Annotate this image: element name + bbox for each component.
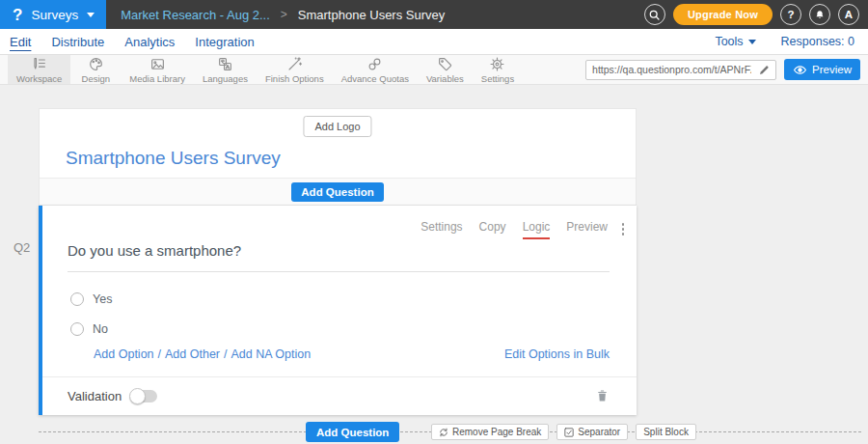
chain-links-icon [366,56,383,72]
dot [622,233,625,236]
preview-button[interactable]: Preview [784,59,860,80]
survey-url-input[interactable] [586,64,753,75]
tag-icon [437,56,453,72]
add-other-link[interactable]: Add Other [165,347,220,361]
questionpro-logo-icon: ? [13,7,22,23]
tab-distribute[interactable]: Distribute [51,35,104,49]
toolbar-item-languages[interactable]: Languages [194,55,257,84]
split-block-label: Split Block [643,427,689,437]
eye-icon [793,65,807,75]
add-na-option-link[interactable]: Add NA Option [231,347,312,361]
edit-url-button[interactable] [753,64,775,76]
remove-page-break-label: Remove Page Break [452,427,541,437]
answer-option-row: Yes [70,292,112,306]
toolbar-item-workspace[interactable]: Workspace [8,55,70,84]
question-more-menu[interactable] [620,221,627,237]
editor-toolbar: Workspace Design Media Library [0,55,868,85]
question-tab-preview[interactable]: Preview [566,220,608,239]
separator-label: Separator [578,427,620,437]
add-question-strip: Add Question [40,178,636,205]
tab-edit[interactable]: Edit [10,35,31,49]
search-button[interactable] [644,4,665,25]
toolbar-item-label: Advance Quotas [341,73,409,84]
toolbar-item-finish-options[interactable]: Finish Options [257,55,333,84]
link-separator: / [158,347,161,361]
toolbar-item-label: Design [82,73,111,84]
add-question-button-bottom[interactable]: Add Question [306,422,399,442]
option-actions-row: Add Option / Add Other / Add NA Option E… [94,347,610,361]
avatar-initial: A [845,9,853,20]
design-palette-icon [88,56,104,72]
translate-icon [217,56,233,72]
answer-option-label[interactable]: Yes [93,292,112,306]
toolbar-item-label: Languages [203,73,248,84]
toolbar-item-label: Variables [426,73,464,84]
caret-down-icon [87,13,95,17]
workspace-icon [31,56,47,72]
survey-card: Add Logo Smartphone Users Survey Add Que… [39,108,637,415]
refresh-icon [439,428,448,437]
toolbar-item-label: Workspace [16,73,62,84]
help-button[interactable]: ? [780,4,801,25]
answer-option-row: No [70,322,108,336]
add-logo-button[interactable]: Add Logo [303,116,371,137]
toolbar-item-advance-quotas[interactable]: Advance Quotas [333,55,418,84]
product-menu-label: Surveys [31,8,78,22]
survey-title[interactable]: Smartphone Users Survey [66,148,281,169]
breadcrumb-separator: > [281,8,287,21]
image-icon [149,56,166,72]
dot [622,228,625,231]
add-option-link[interactable]: Add Option [94,347,154,361]
question-footer-divider [42,376,637,377]
account-avatar[interactable]: A [838,4,859,25]
radio-button[interactable] [70,292,84,306]
separator-button[interactable]: Separator [556,424,628,440]
product-switcher[interactable]: ? Surveys [0,0,106,29]
question-footer: Validation [68,385,610,406]
question-tab-copy[interactable]: Copy [479,220,506,239]
question-code: Q2 [14,240,30,255]
breadcrumb-current: Smartphone Users Survey [298,8,445,22]
radio-button[interactable] [70,322,84,336]
toolbar-right: Preview [585,55,868,84]
caret-down-icon [748,40,756,44]
validation-label: Validation [68,389,122,403]
tab-integration[interactable]: Integration [195,35,254,49]
toolbar-item-variables[interactable]: Variables [418,55,473,84]
upgrade-now-button[interactable]: Upgrade Now [673,4,773,25]
remove-page-break-button[interactable]: Remove Page Break [431,424,549,440]
question-text[interactable]: Do you use a smartphone? [68,242,610,272]
notifications-button[interactable] [809,4,830,25]
magic-wand-icon [286,56,303,72]
delete-question-button[interactable] [595,388,610,403]
toolbar-item-design[interactable]: Design [70,55,121,84]
validation-toggle[interactable] [131,390,157,402]
link-separator: / [224,347,227,361]
breadcrumb-parent[interactable]: Market Research - Aug 2... [121,8,270,22]
breadcrumb: Market Research - Aug 2... > Smartphone … [121,8,445,22]
edit-options-in-bulk-link[interactable]: Edit Options in Bulk [504,347,610,361]
tools-label: Tools [715,35,743,48]
tab-analytics[interactable]: Analytics [124,35,175,49]
checkbox-checked-icon [564,428,574,437]
toolbar-item-media-library[interactable]: Media Library [121,55,194,84]
page-break-row: Add Question Remove Page Break Separator [39,422,861,443]
split-block-button[interactable]: Split Block [636,424,696,440]
bell-icon [814,9,826,21]
section-nav: Edit Distribute Analytics Integration To… [0,29,868,55]
toolbar-item-label: Media Library [129,73,185,84]
toolbar-item-settings[interactable]: Settings [473,55,523,84]
navbar-right: Tools Responses: 0 [715,35,858,48]
survey-url-box [585,60,776,80]
question-tab-settings[interactable]: Settings [420,220,462,239]
pencil-icon [758,64,771,76]
survey-header: Add Logo Smartphone Users Survey Add Que… [39,108,637,206]
toolbar-item-label: Settings [481,73,514,84]
answer-option-label[interactable]: No [93,322,108,336]
responses-count[interactable]: Responses: 0 [781,35,854,48]
toolbar-item-label: Finish Options [265,73,324,84]
question-mark-icon: ? [787,9,794,20]
add-question-button-top[interactable]: Add Question [291,182,383,202]
question-tab-logic[interactable]: Logic [523,220,551,239]
tools-menu[interactable]: Tools [715,35,755,48]
